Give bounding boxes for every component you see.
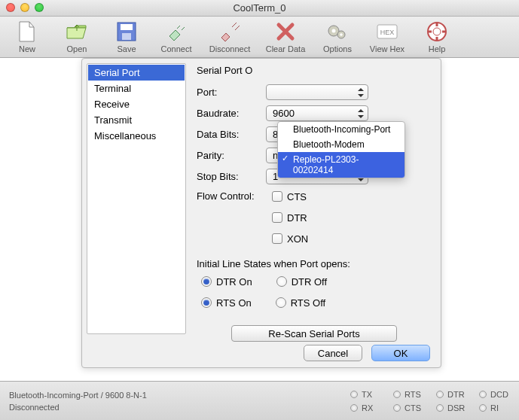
toolbar-label: Disconnect: [209, 44, 250, 53]
port-select[interactable]: [266, 84, 368, 100]
fc-cts-label: CTS: [287, 191, 307, 202]
rts-off-label: RTS Off: [291, 297, 325, 309]
toolbar-label: Connect: [161, 44, 192, 53]
checkbox-icon: [272, 233, 282, 244]
toolbar: New Open Save Connect Disconnect Clear D…: [0, 17, 519, 58]
led-dot-icon: [393, 404, 401, 412]
rts-off-radio[interactable]: RTS Off: [276, 294, 325, 312]
titlebar: CoolTerm_0: [0, 0, 519, 17]
led-dsr: DSR: [436, 403, 467, 412]
led-tx: TX: [350, 390, 381, 399]
save-floppy-icon: [114, 20, 139, 44]
baudrate-select[interactable]: 9600: [266, 105, 368, 121]
status-text: Bluetooth-Incoming-Port / 9600 8-N-1 Dis…: [9, 389, 147, 413]
toolbar-connect[interactable]: Connect: [155, 20, 197, 53]
led-dot-icon: [436, 404, 444, 412]
disconnect-plug-icon: [218, 20, 242, 44]
led-dcd: DCD: [479, 390, 510, 399]
toolbar-label: Clear Data: [266, 44, 306, 53]
ok-button[interactable]: OK: [371, 345, 430, 361]
status-connection-line: Disconnected: [9, 401, 147, 413]
baudrate-value: 9600: [273, 108, 295, 119]
led-dot-icon: [393, 391, 401, 398]
toolbar-clear-data[interactable]: Clear Data: [262, 20, 309, 53]
led-cts: CTS: [393, 403, 424, 412]
svg-rect-2: [122, 33, 131, 40]
minimize-window-button[interactable]: [20, 3, 29, 12]
category-item-miscellaneous[interactable]: Miscellaneous: [88, 128, 185, 144]
status-port-line: Bluetooth-Incoming-Port / 9600 8-N-1: [9, 389, 147, 401]
toolbar-label: View Hex: [370, 44, 405, 53]
checkbox-icon: [272, 191, 282, 202]
led-dot-icon: [479, 404, 487, 412]
toolbar-new[interactable]: New: [6, 20, 48, 53]
svg-rect-1: [121, 24, 133, 30]
svg-point-6: [340, 33, 343, 36]
connect-plug-icon: [164, 20, 188, 44]
toolbar-help[interactable]: Help: [416, 20, 458, 53]
led-dot-icon: [436, 391, 444, 398]
section-title: Serial Port O: [197, 65, 432, 76]
led-ri: RI: [479, 403, 510, 412]
window-controls: [6, 3, 44, 12]
radio-icon: [201, 297, 212, 308]
dtr-on-radio[interactable]: DTR On: [201, 272, 252, 291]
content-area: Serial Port Terminal Receive Transmit Mi…: [0, 58, 519, 381]
category-item-receive[interactable]: Receive: [88, 96, 185, 112]
port-option[interactable]: Bluetooth-Modem: [278, 137, 405, 152]
window-title: CoolTerm_0: [233, 2, 285, 14]
rts-on-radio[interactable]: RTS On: [201, 294, 252, 312]
status-leds: TX RX RTS CTS DTR DSR DCD RI: [350, 390, 510, 412]
toolbar-disconnect[interactable]: Disconnect: [205, 20, 255, 53]
toolbar-label: Options: [323, 44, 352, 53]
svg-point-4: [332, 29, 336, 33]
fc-dtr-label: DTR: [287, 212, 307, 224]
port-dropdown-menu[interactable]: Bluetooth-Incoming-Port Bluetooth-Modem …: [277, 121, 405, 178]
port-option-selected[interactable]: Repleo-PL2303-00202414: [278, 152, 405, 178]
options-category-list[interactable]: Serial Port Terminal Receive Transmit Mi…: [87, 63, 186, 334]
radio-icon: [276, 276, 287, 287]
stopbits-label: Stop Bits:: [197, 171, 266, 182]
rts-on-label: RTS On: [216, 297, 252, 309]
new-file-icon: [15, 20, 39, 44]
open-folder-icon: [65, 20, 89, 44]
lifebuoy-icon: [425, 20, 449, 44]
cancel-button[interactable]: Cancel: [304, 345, 362, 361]
dtr-on-label: DTR On: [216, 276, 252, 288]
dtr-off-label: DTR Off: [292, 276, 327, 288]
flowcontrol-xon[interactable]: XON: [272, 230, 308, 248]
gear-icon: [325, 20, 350, 44]
status-bar: Bluetooth-Incoming-Port / 9600 8-N-1 Dis…: [0, 381, 519, 420]
toolbar-label: New: [19, 44, 35, 53]
category-item-terminal[interactable]: Terminal: [88, 81, 185, 96]
toolbar-label: Help: [429, 44, 446, 53]
led-dot-icon: [479, 391, 487, 398]
category-item-transmit[interactable]: Transmit: [88, 112, 185, 128]
toolbar-label: Save: [117, 44, 136, 53]
rescan-ports-button[interactable]: Re-Scan Serial Ports: [231, 325, 397, 342]
toolbar-options[interactable]: Options: [316, 20, 359, 53]
port-option[interactable]: Bluetooth-Incoming-Port: [278, 122, 405, 137]
clear-x-icon: [273, 20, 298, 44]
checkbox-icon: [272, 212, 282, 223]
toolbar-open[interactable]: Open: [56, 20, 98, 53]
flowcontrol-dtr[interactable]: DTR: [272, 208, 308, 227]
close-window-button[interactable]: [6, 3, 15, 12]
serial-port-panel: Serial Port O Port: Baudrate: 9600 Data …: [192, 63, 436, 334]
dialog-footer: Cancel OK: [82, 345, 441, 361]
databits-label: Data Bits:: [197, 129, 266, 140]
category-item-serial-port[interactable]: Serial Port: [88, 65, 185, 81]
led-rts: RTS: [393, 390, 424, 399]
options-dialog: Serial Port Terminal Receive Transmit Mi…: [81, 58, 441, 368]
toolbar-save[interactable]: Save: [105, 20, 148, 53]
hex-icon: HEX: [375, 20, 399, 44]
led-dot-icon: [350, 404, 358, 412]
toolbar-view-hex[interactable]: HEX View Hex: [366, 20, 408, 53]
dtr-off-radio[interactable]: DTR Off: [276, 272, 327, 291]
led-rx: RX: [350, 403, 381, 412]
zoom-window-button[interactable]: [35, 3, 44, 12]
flowcontrol-cts[interactable]: CTS: [272, 187, 308, 205]
toolbar-label: Open: [67, 44, 87, 53]
port-label: Port:: [197, 87, 266, 98]
led-dot-icon: [350, 391, 358, 398]
